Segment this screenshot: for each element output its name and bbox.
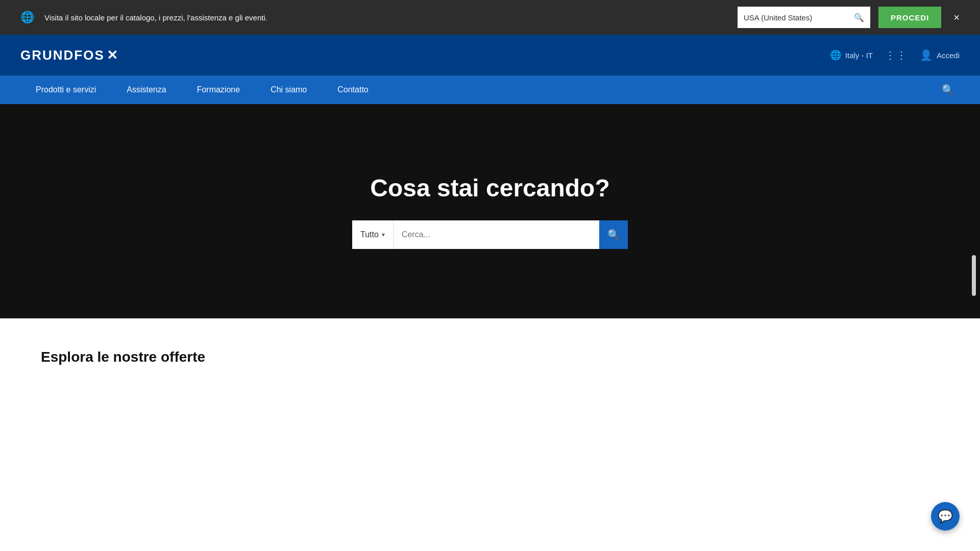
login-label: Accedi xyxy=(937,51,960,60)
hero-title: Cosa stai cercando? xyxy=(370,174,610,202)
region-globe-icon: 🌐 xyxy=(830,49,841,61)
nav-item-contatto[interactable]: Contatto xyxy=(322,76,383,104)
search-input[interactable] xyxy=(394,220,599,249)
hero-section: Cosa stai cercando? Tutto ▾ 🔍 xyxy=(0,104,980,318)
logo-text: GRUNDFOS xyxy=(20,47,105,63)
section-title: Esplora le nostre offerte xyxy=(41,349,939,365)
nav-item-assistenza[interactable]: Assistenza xyxy=(111,76,181,104)
procedi-button[interactable]: PROCEDI xyxy=(878,7,941,28)
nav-links: Prodotti e servizi Assistenza Formazione… xyxy=(20,76,384,104)
header-right: 🌐 Italy - IT ⋮⋮ 👤 Accedi xyxy=(830,49,960,61)
banner-close-button[interactable]: × xyxy=(953,12,960,23)
country-select-wrapper[interactable]: 🔍 xyxy=(738,7,870,28)
chat-button[interactable]: 💬 xyxy=(931,502,960,531)
country-search-icon[interactable]: 🔍 xyxy=(854,13,864,22)
chevron-down-icon: ▾ xyxy=(382,231,385,238)
region-selector[interactable]: 🌐 Italy - IT xyxy=(830,49,873,61)
nav-bar: Prodotti e servizi Assistenza Formazione… xyxy=(0,76,980,104)
scroll-indicator xyxy=(972,255,976,296)
nav-item-prodotti[interactable]: Prodotti e servizi xyxy=(20,76,111,104)
banner-message: Visita il sito locale per il catalogo, i… xyxy=(44,13,729,22)
nav-search-icon[interactable]: 🔍 xyxy=(937,84,960,96)
grid-dots-icon[interactable]: ⋮⋮ xyxy=(885,49,908,61)
search-button[interactable]: 🔍 xyxy=(599,220,628,249)
globe-icon: 🌐 xyxy=(20,11,34,24)
search-category-button[interactable]: Tutto ▾ xyxy=(352,220,394,249)
search-btn-icon: 🔍 xyxy=(607,229,620,241)
top-banner: 🌐 Visita il sito locale per il catalogo,… xyxy=(0,0,980,35)
logo-area[interactable]: GRUNDFOS ✕ xyxy=(20,47,118,63)
chat-icon: 💬 xyxy=(938,509,953,523)
header: GRUNDFOS ✕ 🌐 Italy - IT ⋮⋮ 👤 Accedi xyxy=(0,35,980,76)
nav-item-chisiamo[interactable]: Chi siamo xyxy=(255,76,322,104)
search-bar: Tutto ▾ 🔍 xyxy=(352,220,628,249)
logo-symbol: ✕ xyxy=(107,47,118,63)
nav-item-formazione[interactable]: Formazione xyxy=(182,76,255,104)
region-label: Italy - IT xyxy=(845,51,873,60)
user-icon: 👤 xyxy=(920,49,933,61)
content-section: Esplora le nostre offerte xyxy=(0,318,980,551)
search-category-label: Tutto xyxy=(360,230,379,239)
login-area[interactable]: 👤 Accedi xyxy=(920,49,960,61)
country-input[interactable] xyxy=(744,13,850,22)
